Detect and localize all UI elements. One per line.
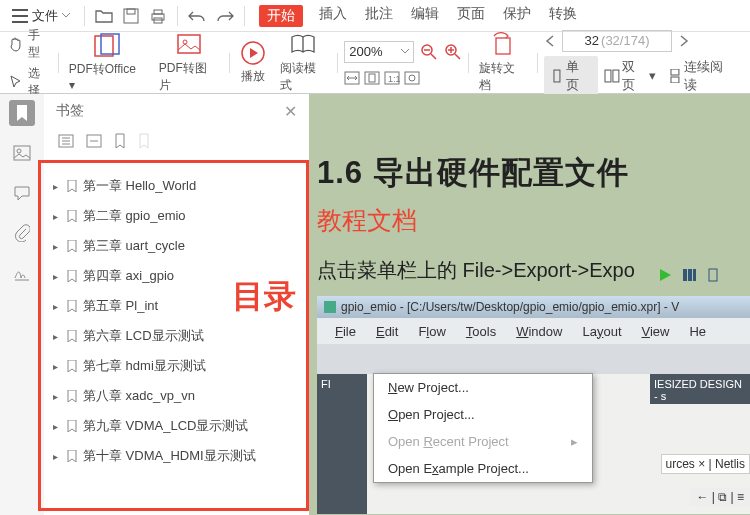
tab-review[interactable]: 批注 <box>363 5 395 27</box>
fit-visible-icon[interactable] <box>404 71 420 85</box>
hand-tool-button[interactable]: 手型 <box>8 27 52 61</box>
catalog-annotation: 目录 <box>232 275 296 319</box>
separator <box>58 53 59 73</box>
expand-all-icon[interactable] <box>58 134 74 151</box>
zoom-out-icon[interactable] <box>420 43 438 61</box>
undo-icon[interactable] <box>188 9 206 23</box>
separator <box>84 6 85 26</box>
svg-point-18 <box>409 75 415 81</box>
svg-rect-19 <box>496 38 510 54</box>
separator <box>177 6 178 26</box>
collapse-all-icon[interactable] <box>86 134 102 151</box>
bookmark-item[interactable]: ▸第三章 uart_cycle <box>49 231 298 261</box>
separator <box>468 53 469 73</box>
svg-rect-14 <box>369 74 375 82</box>
svg-rect-7 <box>178 35 200 53</box>
ide-right-icons: ← | ⧉ | ≡ <box>690 488 750 506</box>
fit-page-icon[interactable] <box>364 71 380 85</box>
bookmark-item[interactable]: ▸第六章 LCD显示测试 <box>49 321 298 351</box>
pdf-to-image-button[interactable]: PDF转图片 <box>155 32 223 94</box>
bookmark-item[interactable]: ▸第七章 hdmi显示测试 <box>49 351 298 381</box>
zoom-in-icon[interactable] <box>444 43 462 61</box>
bookmark-item[interactable]: ▸第十章 VDMA_HDMI显示测试 <box>49 441 298 471</box>
document-content: 1.6 导出硬件配置文件 教程文档 点击菜单栏上的 File->Export->… <box>309 94 750 515</box>
bookmark-panel-title: 书签 <box>56 102 284 120</box>
ide-run-icon <box>658 268 672 282</box>
tab-convert[interactable]: 转换 <box>547 5 579 27</box>
svg-rect-33 <box>709 269 717 281</box>
ide-right-tab1: urces × | Netlis <box>661 454 751 474</box>
ide-menu-flow: Flow <box>418 324 445 339</box>
svg-rect-24 <box>671 76 679 82</box>
ide-menu-open: Open Project... <box>374 401 592 428</box>
pdf-to-office-button[interactable]: PDF转Office ▾ <box>65 33 149 92</box>
ide-menu-view: View <box>642 324 670 339</box>
svg-rect-25 <box>14 146 30 160</box>
ide-menu-edit: Edit <box>376 324 398 339</box>
save-icon[interactable] <box>123 8 139 24</box>
separator <box>244 6 245 26</box>
tab-page[interactable]: 页面 <box>455 5 487 27</box>
delete-bookmark-icon[interactable] <box>138 133 150 152</box>
svg-rect-23 <box>671 69 679 75</box>
svg-rect-1 <box>127 9 135 14</box>
app-menu-button[interactable]: 文件 <box>8 5 74 27</box>
rotate-button[interactable]: 旋转文档 <box>475 32 531 94</box>
svg-rect-30 <box>683 269 687 281</box>
print-icon[interactable] <box>149 8 167 24</box>
ide-menu-window: Window <box>516 324 562 339</box>
doc-subtitle: 教程文档 <box>317 204 750 237</box>
svg-rect-20 <box>554 70 560 82</box>
ide-impl-icon <box>706 268 720 282</box>
play-button[interactable]: 播放 <box>236 40 270 85</box>
ide-left-panel: FI <box>317 374 367 514</box>
fit-width-icon[interactable] <box>344 71 360 85</box>
svg-rect-3 <box>154 10 162 14</box>
separator <box>537 53 538 73</box>
tab-edit[interactable]: 编辑 <box>409 5 441 27</box>
double-page-button[interactable]: 双页 ▾ <box>598 56 663 96</box>
bookmark-item[interactable]: ▸第二章 gpio_emio <box>49 201 298 231</box>
doc-heading: 1.6 导出硬件配置文件 <box>317 152 750 194</box>
thumbnail-strip-icon[interactable] <box>9 140 35 166</box>
single-page-button[interactable]: 单页 <box>544 56 598 96</box>
bookmark-item[interactable]: ▸第八章 xadc_vp_vn <box>49 381 298 411</box>
add-bookmark-icon[interactable] <box>114 133 126 152</box>
signature-strip-icon[interactable] <box>9 260 35 286</box>
bookmark-item[interactable]: ▸第九章 VDMA_LCD显示测试 <box>49 411 298 441</box>
svg-rect-32 <box>693 269 696 281</box>
continuous-read-button[interactable]: 连续阅读 <box>662 56 742 96</box>
next-page-icon[interactable] <box>678 34 690 48</box>
ide-right-header: IESIZED DESIGN - s <box>650 374 750 404</box>
ide-menu-tools: Tools <box>466 324 496 339</box>
tab-start[interactable]: 开始 <box>259 5 303 27</box>
attachment-strip-icon[interactable] <box>9 220 35 246</box>
ide-menubar: File Edit Flow Tools Window Layout View … <box>317 318 750 344</box>
separator <box>337 53 338 73</box>
ide-popup-menu: New Project... Open Project... Open Rece… <box>373 373 593 483</box>
svg-point-26 <box>17 149 21 153</box>
close-panel-icon[interactable]: ✕ <box>284 102 297 121</box>
prev-page-icon[interactable] <box>544 34 556 48</box>
page-number-input[interactable]: 32 (32/174) <box>562 30 672 52</box>
read-mode-button[interactable]: 阅读模式 <box>276 32 332 94</box>
bookmark-item[interactable]: ▸第一章 Hello_World <box>49 171 298 201</box>
svg-rect-0 <box>124 9 138 23</box>
svg-text:1:1: 1:1 <box>388 74 400 84</box>
svg-rect-17 <box>405 72 419 84</box>
tab-insert[interactable]: 插入 <box>317 5 349 27</box>
bookmark-strip-icon[interactable] <box>9 100 35 126</box>
open-folder-icon[interactable] <box>95 8 113 24</box>
actual-size-icon[interactable]: 1:1 <box>384 71 400 85</box>
zoom-dropdown[interactable]: 200% <box>344 41 414 63</box>
ide-menu-help: He <box>689 324 706 339</box>
comment-strip-icon[interactable] <box>9 180 35 206</box>
tab-protect[interactable]: 保护 <box>501 5 533 27</box>
ide-menu-new: New Project... <box>374 374 592 401</box>
svg-rect-31 <box>688 269 692 281</box>
svg-rect-6 <box>101 34 119 54</box>
ide-menu-example: Open Example Project... <box>374 455 592 482</box>
redo-icon[interactable] <box>216 9 234 23</box>
embedded-screenshot: gpio_emio - [C:/Users/tw/Desktop/gpio_em… <box>317 296 750 514</box>
file-menu-label: 文件 <box>32 7 58 25</box>
